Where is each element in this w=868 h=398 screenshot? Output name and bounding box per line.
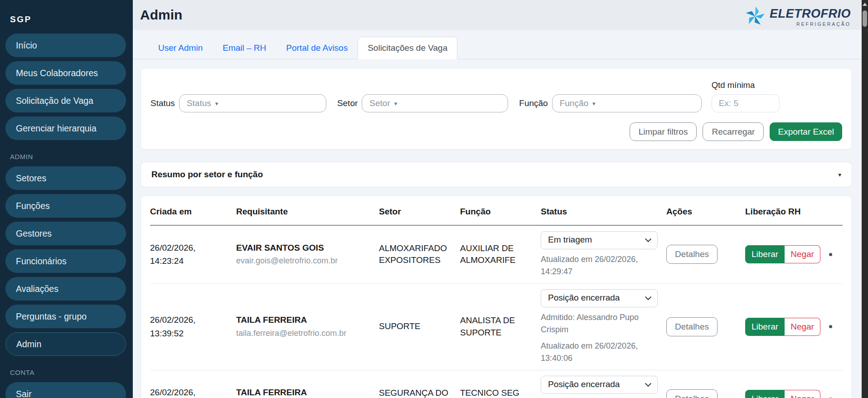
sidebar-item-gestores[interactable]: Gestores xyxy=(5,222,126,245)
status-filter-dropdown[interactable]: Status ▾ xyxy=(179,94,326,112)
liberar-button[interactable]: Liberar xyxy=(745,245,785,263)
rh-release-cell: Liberar Negar xyxy=(745,245,843,263)
table-row: 26/02/2026, 13:39:52 TAILA FERREIRA tail… xyxy=(150,284,843,370)
negar-button[interactable]: Negar xyxy=(785,318,820,336)
chevron-down-icon xyxy=(645,380,651,387)
status-select[interactable]: Posição encerrada xyxy=(541,289,658,307)
sidebar-item-funcionarios[interactable]: Funcionários xyxy=(5,249,126,273)
requests-table-card: Criada em Requisitante Setor Função Stat… xyxy=(141,195,852,398)
status-cell: Posição encerrada Admitido: Alessandro P… xyxy=(541,289,666,364)
sidebar-item-funcoes[interactable]: Funções xyxy=(5,194,126,218)
requester-email: evair.gois@eletrofrio.com.br xyxy=(236,255,371,267)
liberar-button[interactable]: Liberar xyxy=(745,318,785,336)
requester-name: TAILA FERREIRA xyxy=(236,314,371,326)
reload-button[interactable]: Recarregar xyxy=(703,122,764,141)
summary-collapse-header[interactable]: Resumo por setor e função ▾ xyxy=(141,162,852,187)
funcao-filter-label: Função xyxy=(519,98,548,108)
status-select[interactable]: Em triagem xyxy=(541,231,658,249)
summary-title: Resumo por setor e função xyxy=(151,170,263,180)
filters-row: Status Status ▾ Setor Setor ▾ Função xyxy=(150,80,842,112)
sidebar-item-inicio[interactable]: Início xyxy=(5,34,126,57)
created-at-cell: 26/02/2026, 13:39:52 xyxy=(150,313,236,340)
col-status: Status xyxy=(541,206,666,218)
status-filter-label: Status xyxy=(150,98,175,108)
tab-email-rh[interactable]: Email – RH xyxy=(213,37,276,59)
company-logo: ELETROFRIO REFRIGERAÇÃO xyxy=(745,6,851,29)
tab-solicitacoes-de-vaga[interactable]: Solicitações de Vaga xyxy=(358,37,457,59)
status-select[interactable]: Posição encerrada xyxy=(541,376,658,394)
status-cell: Em triagem Atualizado em 26/02/2026, 14:… xyxy=(541,231,666,278)
tab-user-admin[interactable]: User Admin xyxy=(148,37,213,59)
collapse-chevron-icon: ▾ xyxy=(838,171,841,178)
setor-cell: SUPORTE xyxy=(379,320,460,333)
details-button[interactable]: Detalhes xyxy=(666,389,718,398)
chevron-down-icon: ▾ xyxy=(215,100,218,107)
sidebar: SGP InícioMeus ColaboradoresSolicitação … xyxy=(0,0,133,398)
sidebar-item-admin[interactable]: Admin xyxy=(5,332,126,356)
sidebar-item-solicitacao-de-vaga[interactable]: Solicitação de Vaga xyxy=(5,89,126,112)
setor-cell: SEGURANÇA DO TRABALHO xyxy=(379,387,460,398)
funcao-cell: AUXILIAR DE ALMOXARIFE xyxy=(460,243,541,267)
requester-cell: TAILA FERREIRA taila.ferreira@eletrofrio… xyxy=(236,387,379,398)
sidebar-section-admin: ADMIN xyxy=(10,153,126,160)
requester-cell: TAILA FERREIRA taila.ferreira@eletrofrio… xyxy=(236,314,379,339)
actions-cell: Detalhes xyxy=(666,317,745,336)
sidebar-item-gerenciar-hierarquia[interactable]: Gerenciar hierarquia xyxy=(5,116,126,140)
table-header-row: Criada em Requisitante Setor Função Stat… xyxy=(150,196,843,226)
chevron-down-icon: ▾ xyxy=(394,100,398,107)
sidebar-item-setores[interactable]: Setores xyxy=(5,166,126,190)
row-indicator-dot xyxy=(829,253,832,256)
qtd-minima-label: Qtd mínima xyxy=(712,80,780,90)
funcao-cell: ANALISTA DE SUPORTE xyxy=(460,315,541,339)
table-body: 26/02/2026, 14:23:24 EVAIR SANTOS GOIS e… xyxy=(150,226,843,398)
col-setor: Setor xyxy=(379,206,460,218)
qtd-minima-input[interactable] xyxy=(712,94,780,112)
row-indicator-dot xyxy=(829,325,832,328)
sidebar-item-perguntas-grupo[interactable]: Perguntas - grupo xyxy=(5,305,126,328)
setor-filter-dropdown[interactable]: Setor ▾ xyxy=(362,94,508,112)
clear-filters-button[interactable]: Limpar filtros xyxy=(630,122,697,141)
page-header: Admin ELETROFRIO REFRIGERAÇÃO xyxy=(133,0,862,30)
admitted-text: Admitido: Alessandro Pupo Crispim xyxy=(541,311,658,336)
details-button[interactable]: Detalhes xyxy=(666,317,718,336)
chevron-down-icon xyxy=(645,294,651,300)
liberar-button[interactable]: Liberar xyxy=(745,390,785,398)
requester-name: EVAIR SANTOS GOIS xyxy=(236,242,371,254)
requester-email: taila.ferreira@eletrofrio.com.br xyxy=(236,328,371,339)
scroll-up-arrow-icon[interactable] xyxy=(863,3,867,6)
pinwheel-star-icon xyxy=(745,6,766,29)
funcao-cell: TECNICO SEG TRABALHO JR xyxy=(460,387,541,398)
logo-name: ELETROFRIO xyxy=(770,8,851,20)
updated-text: Atualizado em 26/02/2026, 14:29:47 xyxy=(541,253,658,278)
sidebar-item-meus-colaboradores[interactable]: Meus Colaboradores xyxy=(5,61,126,85)
setor-cell: ALMOXARIFADO EXPOSITORES xyxy=(379,243,460,267)
scrollbar[interactable] xyxy=(862,0,868,398)
updated-text: Atualizado em 26/02/2026, 13:40:06 xyxy=(541,340,658,364)
table-row: 26/02/2026, 12:28:23 TAILA FERREIRA tail… xyxy=(150,370,843,398)
funcao-filter-dropdown[interactable]: Função ▾ xyxy=(552,94,702,112)
col-funcao: Função xyxy=(460,206,541,218)
logo-tagline: REFRIGERAÇÃO xyxy=(796,21,851,27)
rh-release-cell: Liberar Negar xyxy=(745,318,843,336)
col-liberacao-rh: Liberação RH xyxy=(745,206,843,218)
sidebar-item-sair[interactable]: Sair xyxy=(5,382,126,398)
negar-button[interactable]: Negar xyxy=(785,390,820,398)
sidebar-nav: InícioMeus ColaboradoresSolicitação de V… xyxy=(5,34,126,398)
content-area: Status Status ▾ Setor Setor ▾ Função xyxy=(133,59,862,398)
requester-name: TAILA FERREIRA xyxy=(236,387,371,398)
tab-portal-de-avisos[interactable]: Portal de Avisos xyxy=(276,37,358,59)
main-content: Admin ELETROFRIO REFRIGERAÇÃO xyxy=(133,0,862,398)
rh-release-cell: Liberar Negar xyxy=(745,390,843,398)
table-row: 26/02/2026, 14:23:24 EVAIR SANTOS GOIS e… xyxy=(150,226,843,284)
sidebar-item-avaliacoes[interactable]: Avaliações xyxy=(5,277,126,301)
requester-cell: EVAIR SANTOS GOIS evair.gois@eletrofrio.… xyxy=(236,242,379,267)
col-acoes: Ações xyxy=(666,206,745,218)
scrollbar-thumb[interactable] xyxy=(863,10,867,27)
actions-cell: Detalhes xyxy=(666,389,745,398)
col-criada-em: Criada em xyxy=(150,206,236,218)
chevron-down-icon: ▾ xyxy=(592,100,596,107)
negar-button[interactable]: Negar xyxy=(785,245,820,263)
details-button[interactable]: Detalhes xyxy=(666,245,718,264)
sidebar-section-conta: CONTA xyxy=(10,369,126,376)
export-excel-button[interactable]: Exportar Excel xyxy=(770,122,842,141)
